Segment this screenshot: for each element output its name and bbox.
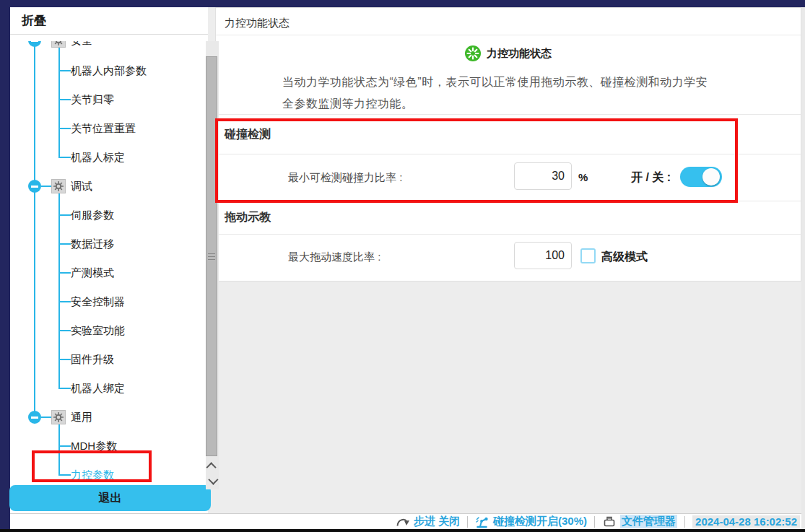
sidebar-tree: 安全 机器人内部参数 关节归零 关节位置重置 机器人标定 调试 bbox=[20, 41, 206, 489]
status-separator bbox=[594, 516, 595, 528]
sidebar-item-data-migration[interactable]: 数据迁移 bbox=[20, 230, 203, 258]
sidebar-item-joint-position-reset[interactable]: 关节位置重置 bbox=[20, 114, 203, 143]
tree-connector bbox=[58, 99, 71, 100]
drag-teach-section-title: 拖动示教 bbox=[225, 210, 271, 225]
collision-detection-toggle[interactable] bbox=[680, 167, 722, 187]
advanced-mode-checkbox[interactable] bbox=[580, 248, 596, 263]
divider bbox=[216, 201, 801, 201]
collapse-minus-icon[interactable] bbox=[28, 180, 41, 193]
sidebar-item-robot-binding[interactable]: 机器人绑定 bbox=[20, 374, 203, 403]
sidebar-item-robot-calibration[interactable]: 机器人标定 bbox=[20, 143, 203, 172]
window-frame-top bbox=[0, 0, 805, 7]
step-icon bbox=[396, 516, 410, 528]
collapse-minus-icon[interactable] bbox=[28, 411, 41, 424]
scrollbar-thumb[interactable] bbox=[206, 56, 217, 456]
sidebar-item-production-test-mode[interactable]: 产测模式 bbox=[20, 258, 203, 287]
sidebar-item-lab-features[interactable]: 实验室功能 bbox=[20, 316, 203, 345]
status-bar: 步进 关闭 碰撞检测开启(30%) 文件管理器 2024-04-28 16:02… bbox=[10, 513, 801, 529]
collision-detection-status[interactable]: 碰撞检测开启(30%) bbox=[475, 515, 587, 529]
sidebar-group-general[interactable]: 通用 bbox=[20, 403, 203, 432]
collision-status-label: 碰撞检测开启(30%) bbox=[493, 515, 587, 528]
on-off-label: 开 / 关 : bbox=[631, 170, 671, 186]
tree-connector bbox=[58, 445, 71, 447]
status-separator bbox=[467, 516, 468, 528]
sidebar: 安全 机器人内部参数 关节归零 关节位置重置 机器人标定 调试 bbox=[10, 7, 208, 513]
toggle-knob bbox=[702, 168, 720, 186]
max-drag-speed-input[interactable] bbox=[514, 242, 572, 269]
force-status-title: 力控功能状态 bbox=[487, 47, 552, 61]
sidebar-header[interactable]: 折叠 bbox=[10, 7, 208, 35]
percent-unit-label: % bbox=[578, 171, 588, 183]
tree-connector bbox=[58, 214, 71, 216]
tree-connector bbox=[58, 243, 71, 245]
tree-connector bbox=[58, 359, 71, 360]
window-frame-right bbox=[801, 7, 805, 529]
tree-connector bbox=[58, 474, 71, 476]
force-status-icon bbox=[465, 45, 481, 61]
tree-connector bbox=[41, 417, 51, 418]
step-mode-label: 步进 关闭 bbox=[414, 515, 460, 528]
page-title: 力控功能状态 bbox=[225, 17, 290, 30]
divider bbox=[216, 114, 801, 115]
tree-connector bbox=[58, 272, 71, 274]
file-manager-label: 文件管理器 bbox=[620, 515, 677, 528]
advanced-mode-label: 高级模式 bbox=[601, 250, 648, 265]
collision-section-title: 碰撞检测 bbox=[225, 127, 271, 142]
collapse-minus-icon[interactable] bbox=[28, 41, 41, 47]
window-frame-bottom bbox=[0, 529, 805, 532]
gear-icon bbox=[51, 41, 66, 48]
sidebar-item-safety-controller[interactable]: 安全控制器 bbox=[20, 287, 203, 316]
tree-connector bbox=[58, 330, 71, 331]
collapse-button-label[interactable]: 折叠 bbox=[22, 12, 46, 29]
force-status-header: 力控功能状态 bbox=[216, 44, 801, 63]
tree-connector bbox=[41, 186, 51, 187]
sidebar-item-servo-params[interactable]: 伺服参数 bbox=[20, 201, 203, 230]
sidebar-item-joint-zeroing[interactable]: 关节归零 bbox=[20, 85, 203, 114]
sidebar-item-mdh-params[interactable]: MDH参数 bbox=[20, 432, 203, 461]
force-status-description: 当动力学功能状态为“绿色”时，表示可以正常使用拖动示教、碰撞检测和动力学安 全参… bbox=[282, 71, 740, 115]
status-separator bbox=[684, 516, 685, 528]
sidebar-group-safety[interactable]: 安全 bbox=[20, 41, 203, 55]
sidebar-item-robot-internal-params[interactable]: 机器人内部参数 bbox=[20, 56, 203, 85]
status-timestamp: 2024-04-28 16:02:52 bbox=[692, 515, 800, 528]
scroll-up-button[interactable] bbox=[206, 460, 219, 473]
scrollbar-grip-icon bbox=[208, 253, 215, 260]
divider bbox=[216, 154, 801, 154]
tree-connector bbox=[58, 301, 71, 302]
gear-icon bbox=[51, 179, 66, 193]
step-mode-status[interactable]: 步进 关闭 bbox=[396, 515, 460, 528]
tree-connector bbox=[58, 128, 71, 129]
chevron-down-icon bbox=[208, 475, 218, 485]
max-drag-speed-label: 最大拖动速度比率 : bbox=[288, 250, 380, 264]
gear-icon bbox=[51, 410, 66, 424]
tree-connector bbox=[58, 157, 71, 158]
tree-connector bbox=[58, 70, 71, 71]
min-collision-force-label: 最小可检测碰撞力比率 : bbox=[288, 171, 402, 185]
scroll-down-button[interactable] bbox=[206, 474, 219, 487]
file-manager-icon bbox=[602, 515, 617, 529]
sidebar-item-firmware-upgrade[interactable]: 固件升级 bbox=[20, 345, 203, 374]
exit-button[interactable]: 退出 bbox=[9, 485, 211, 511]
sidebar-scrollbar bbox=[206, 41, 219, 489]
main-panel: 力控功能状态 力控功能状态 当动力学功能状态为“绿色”时，表示可以正常使用拖动示… bbox=[215, 7, 801, 282]
sidebar-group-debug[interactable]: 调试 bbox=[20, 172, 203, 201]
divider bbox=[216, 35, 801, 35]
tree-connector bbox=[58, 388, 71, 389]
collision-icon bbox=[475, 515, 489, 529]
file-manager-button[interactable]: 文件管理器 bbox=[602, 515, 677, 529]
divider bbox=[216, 234, 801, 235]
min-collision-force-input[interactable] bbox=[514, 162, 572, 190]
chevron-up-icon bbox=[206, 462, 217, 472]
window-frame-left bbox=[0, 0, 10, 529]
